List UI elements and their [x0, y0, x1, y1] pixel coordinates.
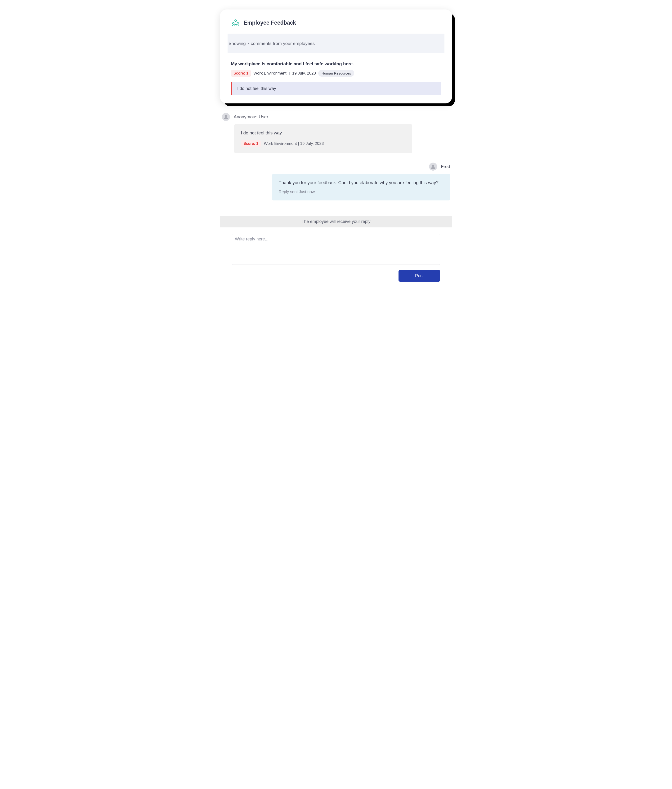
avatar — [429, 163, 437, 171]
message-header-anonymous: Anonymous User — [222, 113, 450, 121]
reply-sent-time: Reply sent Just now — [279, 190, 443, 194]
svg-point-4 — [432, 165, 434, 167]
svg-point-0 — [235, 20, 237, 22]
feedback-category: Work Environment — [253, 71, 286, 76]
author-name: Anonymous User — [234, 114, 268, 120]
reply-input[interactable] — [232, 234, 440, 265]
svg-point-1 — [232, 22, 234, 24]
post-row: Post — [220, 270, 452, 282]
people-team-icon — [231, 18, 240, 27]
feedback-question: My workplace is comfortable and I feel s… — [231, 61, 441, 67]
feedback-item: My workplace is comfortable and I feel s… — [229, 53, 443, 95]
reply-notice: The employee will receive your reply — [220, 216, 452, 227]
feedback-meta: Score: 1 Work Environment | 19 July, 202… — [231, 70, 441, 77]
meta-separator: | — [289, 71, 290, 76]
message-meta: Score: 1 Work Environment | 19 July, 202… — [241, 141, 406, 147]
message-bubble-anonymous: I do not feel this way Score: 1 Work Env… — [234, 124, 412, 153]
svg-point-2 — [237, 22, 239, 24]
svg-point-3 — [225, 115, 227, 117]
score-badge: Score: 1 — [241, 141, 261, 147]
feedback-card: Employee Feedback Showing 7 comments fro… — [220, 10, 452, 104]
feedback-quote: I do not feel this way — [231, 82, 441, 95]
message-text: I do not feel this way — [241, 130, 406, 136]
avatar — [222, 113, 230, 121]
department-pill: Human Resources — [318, 70, 354, 77]
message-header-reply: Fred — [222, 163, 450, 171]
message-meta-text: Work Environment | 19 July, 2023 — [264, 141, 324, 146]
divider — [220, 210, 452, 210]
feedback-card-title: Employee Feedback — [244, 20, 296, 26]
showing-count: Showing 7 comments from your employees — [227, 34, 445, 53]
messages-thread: Anonymous User I do not feel this way Sc… — [220, 113, 452, 200]
author-name: Fred — [441, 164, 450, 169]
post-button[interactable]: Post — [398, 270, 440, 282]
feedback-card-header: Employee Feedback — [229, 16, 443, 34]
score-badge: Score: 1 — [231, 70, 251, 77]
message-bubble-reply: Thank you for your feedback. Could you e… — [272, 174, 450, 200]
feedback-date: 19 July, 2023 — [292, 71, 316, 76]
message-text: Thank you for your feedback. Could you e… — [279, 180, 443, 185]
